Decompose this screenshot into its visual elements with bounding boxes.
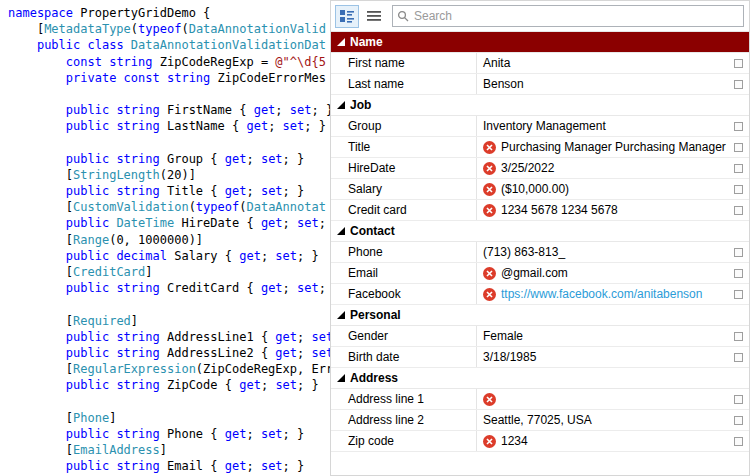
property-value-text: Benson	[483, 77, 524, 91]
property-value[interactable]: Seattle, 77025, USA	[477, 410, 730, 430]
row-option-button[interactable]	[734, 290, 743, 299]
property-value[interactable]: (713) 863-813_	[477, 242, 730, 262]
property-row: Address line 2Seattle, 77025, USA	[331, 410, 749, 431]
categorized-view-icon	[339, 8, 355, 24]
property-row: Phone(713) 863-813_	[331, 242, 749, 263]
validation-error-icon	[483, 204, 496, 217]
row-option-button[interactable]	[734, 143, 743, 152]
property-value-text: 3/25/2022	[501, 161, 554, 175]
row-option-button[interactable]	[734, 122, 743, 131]
property-value[interactable]: ttps://www.facebook.com/anitabenson	[477, 284, 730, 304]
row-option-button[interactable]	[734, 206, 743, 215]
category-header-name[interactable]: Name	[331, 32, 749, 53]
list-view-icon	[367, 10, 381, 22]
property-label: Gender	[331, 326, 477, 346]
property-label: Phone	[331, 242, 477, 262]
code-line: public string ZipCode { get; set; }	[8, 377, 330, 393]
property-value-text: Female	[483, 329, 523, 343]
code-line: public string AddressLine2 { get; set; }	[8, 345, 330, 361]
property-row: Credit card1234 5678 1234 5678	[331, 200, 749, 221]
category-label: Personal	[350, 308, 401, 322]
row-option-button[interactable]	[734, 395, 743, 404]
row-option-button[interactable]	[734, 248, 743, 257]
row-option-button[interactable]	[734, 416, 743, 425]
property-label: Title	[331, 137, 477, 157]
code-line: public DateTime HireDate { get; set; }	[8, 215, 330, 231]
property-value-text: 1234 5678 1234 5678	[501, 203, 618, 217]
property-value[interactable]: 3/18/1985	[477, 347, 730, 367]
property-row: GenderFemale	[331, 326, 749, 347]
row-option-button[interactable]	[734, 269, 743, 278]
code-line: [CreditCard]	[8, 264, 330, 280]
search-input[interactable]	[414, 9, 739, 23]
property-value[interactable]: Benson	[477, 74, 730, 94]
property-grid-body: NameFirst nameAnitaLast nameBensonJobGro…	[331, 32, 749, 452]
property-value[interactable]: Female	[477, 326, 730, 346]
category-label: Contact	[350, 224, 395, 238]
property-label: Zip code	[331, 431, 477, 451]
row-option-button[interactable]	[734, 185, 743, 194]
property-grid: NameFirst nameAnitaLast nameBensonJobGro…	[330, 0, 750, 476]
property-value[interactable]: @gmail.com	[477, 263, 730, 283]
categorized-view-button[interactable]	[335, 5, 359, 28]
property-label: Group	[331, 116, 477, 136]
property-row: Address line 1	[331, 389, 749, 410]
property-value[interactable]: Anita	[477, 53, 730, 73]
row-option-button[interactable]	[734, 437, 743, 446]
expander-icon	[337, 374, 345, 382]
code-editor[interactable]: namespace PropertyGridDemo { [MetadataTy…	[0, 0, 330, 476]
property-row: Birth date3/18/1985	[331, 347, 749, 368]
expander-icon	[337, 101, 345, 109]
property-value-text: 3/18/1985	[483, 350, 536, 364]
code-line: [MetadataType(typeof(DataAnnotationValid	[8, 21, 330, 37]
row-option-button[interactable]	[734, 353, 743, 362]
code-line: public string Group { get; set; }	[8, 151, 330, 167]
property-value[interactable]: 1234	[477, 431, 730, 451]
category-header-personal[interactable]: Personal	[331, 305, 749, 326]
row-option-button[interactable]	[734, 59, 743, 68]
property-label: Last name	[331, 74, 477, 94]
validation-error-icon	[483, 435, 496, 448]
category-label: Address	[350, 371, 398, 385]
category-label: Name	[350, 35, 383, 49]
code-line: namespace PropertyGridDemo {	[8, 5, 330, 21]
row-option-button[interactable]	[734, 332, 743, 341]
validation-error-icon	[483, 288, 496, 301]
category-header-job[interactable]: Job	[331, 95, 749, 116]
category-header-contact[interactable]: Contact	[331, 221, 749, 242]
alphabetical-view-button[interactable]	[362, 5, 386, 28]
code-line	[8, 135, 330, 151]
property-value-text: ($10,000.00)	[501, 182, 569, 196]
search-box[interactable]	[392, 5, 744, 27]
property-value[interactable]: 1234 5678 1234 5678	[477, 200, 730, 220]
code-line: public string Phone { get; set; }	[8, 426, 330, 442]
code-line: [Range(0, 1000000)]	[8, 232, 330, 248]
property-row: HireDate3/25/2022	[331, 158, 749, 179]
row-option-button[interactable]	[734, 80, 743, 89]
property-value[interactable]: Purchasing Manager Purchasing Manager	[477, 137, 730, 157]
code-line: public decimal Salary { get; set; }	[8, 248, 330, 264]
code-line: public string Title { get; set; }	[8, 183, 330, 199]
code-line	[8, 86, 330, 102]
validation-error-icon	[483, 141, 496, 154]
code-line: [CustomValidation(typeof(DataAnnotat	[8, 199, 330, 215]
property-value[interactable]: Inventory Management	[477, 116, 730, 136]
property-value[interactable]: 3/25/2022	[477, 158, 730, 178]
category-label: Job	[350, 98, 371, 112]
code-line	[8, 296, 330, 312]
property-row: First nameAnita	[331, 53, 749, 74]
row-option-button[interactable]	[734, 164, 743, 173]
property-value-text: Inventory Management	[483, 119, 606, 133]
validation-error-icon	[483, 183, 496, 196]
code-line: [Required]	[8, 313, 330, 329]
property-value[interactable]	[477, 389, 730, 409]
code-line: [RegularExpression(ZipCodeRegExp, ErrorM…	[8, 361, 330, 377]
expander-icon	[337, 311, 345, 319]
property-value-text: ttps://www.facebook.com/anitabenson	[501, 287, 702, 301]
property-row: Email@gmail.com	[331, 263, 749, 284]
property-label: First name	[331, 53, 477, 73]
property-label: Credit card	[331, 200, 477, 220]
property-value[interactable]: ($10,000.00)	[477, 179, 730, 199]
property-row: GroupInventory Management	[331, 116, 749, 137]
category-header-address[interactable]: Address	[331, 368, 749, 389]
